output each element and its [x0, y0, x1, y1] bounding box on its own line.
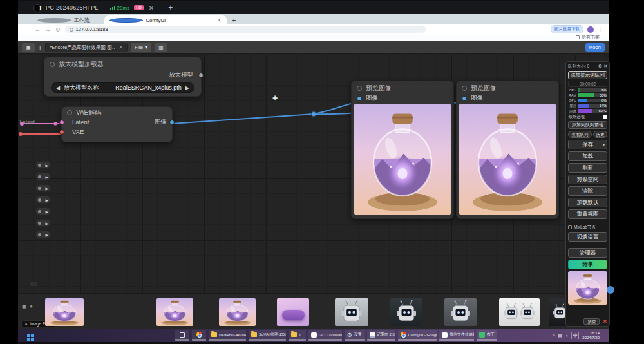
new-session-tab-button[interactable]: +	[168, 3, 173, 12]
new-workflow-button[interactable]: +	[38, 44, 42, 52]
close-session-icon[interactable]: ✕	[149, 5, 154, 12]
manager-button[interactable]: 管理器	[568, 248, 607, 258]
collapse-dot-icon[interactable]	[357, 86, 362, 91]
image-output-slot-icon[interactable]	[169, 120, 175, 125]
all-bookmarks-label[interactable]: 所有书签	[582, 34, 600, 41]
taskbar-window[interactable]: 微信文件传输助手	[439, 330, 474, 341]
share-button[interactable]: 分享	[568, 260, 607, 269]
collapsed-node[interactable]: ▶	[35, 219, 51, 227]
extension-pill-button[interactable]: 图片批量下载	[551, 25, 583, 33]
browser-tab-1[interactable]: 工作流	[32, 15, 104, 24]
node-upscale-model-loader[interactable]: 放大模型加载器 放大模型 ◀ 放大模型名称 RealESRGAN_x4plus.…	[44, 57, 202, 97]
back-icon[interactable]: ←	[35, 26, 41, 33]
chevron-down-icon[interactable]: ▾	[603, 141, 605, 149]
task-view-button[interactable]	[175, 330, 189, 341]
volume-tray-icon[interactable]: ◖	[565, 333, 568, 338]
forward-icon[interactable]: →	[45, 26, 51, 33]
extra-options-row[interactable]: 额外选项	[568, 113, 607, 120]
collapsed-node-small[interactable]	[29, 281, 37, 287]
latest-preview-thumbnail[interactable]	[568, 271, 607, 305]
display-tray-icon[interactable]: ▤	[558, 333, 562, 338]
refresh-button[interactable]: 刷新	[568, 163, 607, 173]
collapsed-node[interactable]: ▶	[35, 184, 51, 192]
expand-arrow-icon[interactable]: ▶	[45, 163, 48, 167]
node-canvas[interactable]: Latent 放大模型加载器 放大模型 ◀ 放大模型名称 RealESRGAN_…	[18, 54, 609, 293]
collapse-dot-icon[interactable]	[462, 86, 467, 91]
reset-view-button[interactable]: 重置视图	[568, 209, 607, 219]
feed-thumbnail-robot[interactable]	[390, 298, 422, 326]
collapse-dot-icon[interactable]	[50, 62, 55, 67]
close-feed-icon[interactable]: ✕	[602, 318, 607, 325]
node-preview-image-1[interactable]: 预览图像 图像	[351, 81, 454, 219]
clipspace-button[interactable]: 剪贴空间	[568, 175, 607, 184]
load-button[interactable]: 加载	[568, 151, 607, 161]
image-input-slot-icon[interactable]	[357, 96, 362, 101]
tab-close-icon[interactable]: ✕	[217, 17, 222, 23]
start-button[interactable]	[27, 334, 30, 337]
reload-icon[interactable]: ↻	[55, 26, 61, 33]
panel-close-icon[interactable]: ✕	[603, 64, 607, 69]
load-default-button[interactable]: 加载默认	[568, 198, 607, 207]
output-slot-icon[interactable]	[198, 73, 204, 78]
mixlab-checkbox[interactable]	[568, 225, 572, 229]
workflow-tab[interactable]: *Encore产品草图转效果图-图.. ✕	[45, 43, 128, 52]
feed-thumbnail-sofa[interactable]	[277, 298, 309, 326]
clear-feed-button[interactable]: 清空	[583, 318, 600, 325]
expand-arrow-icon[interactable]: ▶	[45, 221, 48, 225]
profile-avatar[interactable]	[587, 26, 594, 33]
input-method-indicator[interactable]: 中	[571, 332, 579, 339]
taskbar-clock[interactable]: 16:14 2024/7/20	[582, 331, 600, 340]
taskbar-window[interactable]: GCLCommands	[308, 330, 342, 341]
expand-arrow-icon[interactable]: ▶	[45, 233, 48, 237]
feed-toggle-icon[interactable]: ◈	[30, 303, 33, 308]
file-menu-button[interactable]: File ▾	[131, 43, 151, 52]
tray-expand-icon[interactable]: ^	[553, 333, 554, 338]
taskbar-window[interactable]: ComfyUI - Google Chro..	[398, 330, 437, 341]
feed-thumbnail-robot[interactable]	[444, 298, 477, 326]
extra-options-checkbox[interactable]	[603, 115, 607, 119]
latent-input-slot-icon[interactable]	[59, 120, 64, 125]
taskbar-window[interactable]: 布丁	[477, 330, 497, 341]
taskbar-window[interactable]: sd-webui-aki-v4 web..	[209, 330, 246, 341]
feed-thumbnail-bottle[interactable]	[156, 298, 193, 326]
address-bar[interactable]: 127.0.0.1:8188	[65, 26, 426, 33]
save-button[interactable]: 保存▾	[568, 140, 607, 149]
mochi-button[interactable]: Mochi	[585, 43, 605, 52]
expand-arrow-icon[interactable]: ▶	[45, 175, 48, 179]
queue-prompt-button[interactable]: 添加提示词队列	[568, 71, 607, 79]
site-info-icon[interactable]	[70, 28, 73, 32]
collapsed-node[interactable]: ▶	[35, 231, 51, 238]
vae-input-slot-icon[interactable]	[59, 129, 64, 135]
taskbar-window[interactable]: 记事本 2.0.1	[367, 330, 395, 341]
feed-thumbnail-bottle[interactable]	[219, 298, 256, 326]
new-browser-tab-button[interactable]: +	[232, 16, 236, 24]
chrome-taskbar-button[interactable]	[192, 330, 206, 341]
clear-button[interactable]: 清除	[568, 186, 607, 196]
feed-settings-icon[interactable]: ▣	[22, 303, 27, 309]
node-preview-image-2[interactable]: 预览图像 图像	[456, 81, 559, 219]
collapsed-node[interactable]: ▶	[35, 196, 51, 204]
hd-quality-badge[interactable]: HD	[134, 5, 144, 10]
show-desktop-button[interactable]	[605, 330, 607, 340]
view-queue-button[interactable]: 查看队列	[568, 131, 592, 138]
taskbar-window[interactable]: SoVAI 绘图-ZDisk(T:..	[249, 330, 286, 341]
mixlab-nodes-row[interactable]: MixLab节点	[568, 224, 607, 231]
browser-menu-icon[interactable]: ⋮	[598, 26, 603, 33]
expand-arrow-icon[interactable]: ▶	[45, 186, 48, 191]
prev-arrow-icon[interactable]: ◀	[56, 85, 60, 91]
feed-thumbnail-bottle[interactable]	[45, 298, 84, 326]
feed-thumbnail-robot[interactable]	[335, 298, 368, 326]
browser-tab-2-active[interactable]: ComfyUI ✕	[104, 15, 227, 24]
collapsed-node[interactable]: ▶	[35, 173, 51, 180]
view-history-button[interactable]: 历史	[593, 131, 607, 138]
node-vae-decode[interactable]: VAE解码 Latent 图像 VAE	[61, 106, 173, 142]
taskbar-window[interactable]: ⚙设置	[345, 330, 365, 341]
queue-front-button[interactable]: 添加到队列前端	[568, 121, 607, 129]
collapse-dot-icon[interactable]	[67, 110, 72, 115]
workflows-menu-button[interactable]: ▣	[22, 43, 35, 52]
workflow-close-icon[interactable]: ✕	[118, 44, 123, 50]
collapsed-node[interactable]: ▶	[35, 207, 51, 215]
feed-thumbnail-robot-pair[interactable]	[499, 298, 540, 326]
taskbar-window[interactable]: 1..	[289, 330, 306, 341]
upscale-model-name-widget[interactable]: ◀ 放大模型名称 RealESRGAN_x4plus.pth ▶	[51, 82, 194, 93]
